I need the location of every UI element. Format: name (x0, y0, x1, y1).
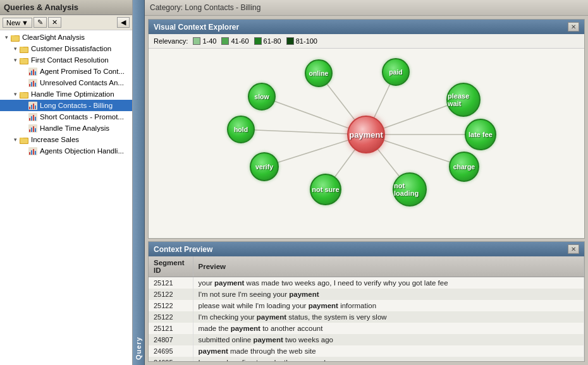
cell-segment-id: 24695 (149, 345, 193, 357)
sidebar-item-handle-time-analysis[interactable]: Handle Time Analysis (0, 123, 132, 134)
chart-icon-unresolved-contacts (28, 78, 38, 87)
sidebar-toolbar: New ▼ ✎ ✕ ◀ (0, 15, 132, 30)
legend-color-81-100 (286, 37, 294, 45)
node-late-fee[interactable]: late fee (465, 119, 496, 150)
main-content: Category: Long Contacts - Billing Visual… (145, 0, 588, 365)
bold-term: payment (214, 279, 244, 287)
svg-rect-25 (33, 104, 34, 109)
expander-agents-objection[interactable] (20, 147, 28, 155)
delete-button[interactable]: ✕ (48, 17, 61, 28)
table-row[interactable]: 24695I pressed confirm to make the payme… (149, 357, 584, 361)
svg-rect-41 (29, 152, 30, 155)
bold-term: payment (253, 336, 283, 344)
legend-item-81-100: 81-100 (286, 37, 317, 45)
bold-term: payment (309, 302, 338, 309)
main-header: Category: Long Contacts - Billing (145, 0, 588, 16)
sidebar-item-short-contacts[interactable]: Short Contacts - Promot... (0, 111, 132, 123)
svg-rect-13 (35, 71, 36, 75)
sidebar: Queries & Analysis New ▼ ✎ ✕ ◀ ▾ClearSig… (0, 0, 133, 365)
sidebar-item-increase-sales[interactable]: ▾Increase Sales (0, 134, 132, 145)
node-online[interactable]: online (305, 59, 333, 87)
bold-term: payment (257, 313, 286, 321)
sidebar-header: Queries & Analysis (0, 0, 132, 15)
sidebar-item-clearsight[interactable]: ▾ClearSight Analysis (0, 32, 132, 43)
table-row[interactable]: 25122please wait while I'm loading your … (149, 300, 584, 311)
cp-table-wrap[interactable]: Segment ID Preview 25121your payment was… (149, 256, 584, 361)
vce-container: Visual Context Explorer ✕ Relevancy: 1-4… (148, 19, 585, 239)
expander-long-contacts[interactable] (20, 102, 28, 109)
svg-rect-36 (35, 128, 36, 132)
cell-preview: I'm not sure I'm seeing your payment (193, 289, 584, 300)
table-row[interactable]: 24695payment made through the web site (149, 345, 584, 357)
expander-clearsight[interactable]: ▾ (3, 33, 10, 41)
dropdown-icon[interactable]: ▼ (21, 19, 28, 27)
category-label: Category: Long Contacts - Billing (150, 3, 260, 12)
expander-customer-dissatisfaction[interactable]: ▾ (11, 45, 19, 52)
sidebar-item-label-handle-time: Handle Time Optimization (31, 90, 114, 98)
expander-first-contact[interactable]: ▾ (11, 56, 19, 64)
vce-close-button[interactable]: ✕ (568, 22, 579, 32)
svg-rect-26 (35, 105, 36, 109)
sidebar-item-label-agent-promised: Agent Promised To Cont... (40, 68, 125, 75)
table-row[interactable]: 25122I'm not sure I'm seeing your paymen… (149, 289, 584, 300)
sidebar-item-agent-promised[interactable]: Agent Promised To Cont... (0, 66, 132, 77)
node-slow[interactable]: slow (248, 83, 276, 111)
svg-rect-10 (29, 73, 30, 75)
table-row[interactable]: 25122I'm checking your payment status, t… (149, 311, 584, 323)
cell-segment-id: 25122 (149, 300, 193, 311)
sidebar-item-label-handle-time-analysis: Handle Time Analysis (40, 124, 109, 132)
chart-icon-long-contacts (28, 101, 38, 110)
node-hold[interactable]: hold (227, 116, 255, 143)
table-row[interactable]: 25121made the payment to another account (149, 323, 584, 334)
svg-rect-44 (35, 151, 36, 155)
node-paid[interactable]: paid (382, 58, 410, 86)
svg-rect-28 (29, 118, 30, 121)
table-row[interactable]: 24807submitted online payment two weeks … (149, 334, 584, 345)
expander-handle-time-analysis[interactable] (20, 124, 28, 132)
sidebar-item-unresolved-contacts[interactable]: Unresolved Contacts An... (0, 77, 132, 88)
svg-rect-39 (20, 138, 28, 143)
legend-color-61-80 (254, 37, 262, 45)
cp-close-button[interactable]: ✕ (568, 244, 579, 254)
cell-preview: your payment was made two weeks ago, I n… (193, 277, 584, 289)
cell-preview: please wait while I'm loading your payme… (193, 300, 584, 311)
expander-handle-time[interactable]: ▾ (11, 90, 19, 98)
sidebar-tree: ▾ClearSight Analysis▾Customer Dissatisfa… (0, 30, 132, 365)
vce-title: Visual Context Explorer (154, 23, 239, 32)
cell-segment-id: 25122 (149, 289, 193, 300)
node-verify[interactable]: verify (250, 152, 279, 181)
query-tab[interactable]: Query (133, 0, 145, 365)
node-charge[interactable]: charge (449, 152, 479, 182)
node-not-loading[interactable]: not loading (393, 172, 427, 206)
edit-button[interactable]: ✎ (34, 17, 47, 28)
legend-item-1-40: 1-40 (193, 37, 216, 45)
expander-unresolved-contacts[interactable] (20, 79, 28, 87)
node-please-wait[interactable]: please wait (446, 83, 481, 117)
svg-rect-35 (33, 126, 34, 132)
expander-increase-sales[interactable]: ▾ (11, 136, 19, 143)
sidebar-item-first-contact[interactable]: ▾First Contact Resolution (0, 54, 132, 66)
sidebar-item-label-agents-objection: Agents Objection Handli... (40, 147, 124, 155)
sidebar-item-handle-time[interactable]: ▾Handle Time Optimization (0, 88, 132, 100)
new-button[interactable]: New ▼ (3, 18, 32, 28)
cp-table-body: 25121your payment was made two weeks ago… (149, 277, 584, 362)
sidebar-item-long-contacts[interactable]: Long Contacts - Billing (0, 100, 132, 111)
cell-preview: I pressed confirm to make the payment (193, 357, 584, 361)
sidebar-item-label-clearsight: ClearSight Analysis (22, 33, 85, 41)
table-row[interactable]: 25121your payment was made two weeks ago… (149, 277, 584, 289)
folder-icon-increase-sales (19, 135, 29, 144)
svg-rect-2 (11, 36, 19, 41)
cell-preview: submitted online payment two weeks ago (193, 334, 584, 345)
sidebar-item-customer-dissatisfaction[interactable]: ▾Customer Dissatisfaction (0, 43, 132, 54)
sidebar-item-agents-objection[interactable]: Agents Objection Handli... (0, 145, 132, 157)
bold-term: payment (296, 359, 326, 361)
expander-agent-promised[interactable] (20, 68, 28, 75)
chart-icon-agents-objection (28, 147, 38, 155)
node-not-sure[interactable]: not sure (310, 174, 341, 205)
vce-legend: Relevancy: 1-40 41-60 61-80 81-100 (149, 34, 584, 49)
cell-segment-id: 24807 (149, 334, 193, 345)
node-center[interactable]: payment (347, 116, 385, 153)
expander-short-contacts[interactable] (20, 113, 28, 121)
table-header-row: Segment ID Preview (149, 256, 584, 277)
collapse-button[interactable]: ◀ (117, 17, 130, 28)
